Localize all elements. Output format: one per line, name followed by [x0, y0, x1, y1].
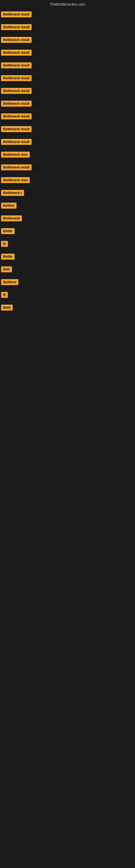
bottleneck-badge[interactable]: Bottleneck result	[1, 62, 32, 68]
bottleneck-badge[interactable]: Bottle	[1, 228, 14, 234]
result-row: Bottleneck result	[0, 34, 135, 47]
bottleneck-badge[interactable]: Bottlens	[1, 279, 18, 285]
result-row: Bottleneck r	[0, 187, 135, 200]
result-row: Bottle	[0, 251, 135, 264]
result-row: Bottleneck result	[0, 9, 135, 22]
result-row: Bottleneck result	[0, 162, 135, 175]
bottleneck-badge[interactable]: Bottleneck r	[1, 190, 24, 196]
result-row: Bottleneck resu	[0, 175, 135, 187]
bottleneck-badge[interactable]: Bottl	[1, 305, 13, 311]
result-row: Bottleneck result	[0, 136, 135, 149]
bottleneck-badge[interactable]: Bottleneck result	[1, 88, 32, 94]
result-row: Bottleneck result	[0, 60, 135, 72]
bottleneck-badge[interactable]: Bottleneck result	[1, 101, 32, 106]
result-row: Bottleneck	[0, 213, 135, 225]
result-row: Bottlens	[0, 276, 135, 289]
result-row: Bottleneck result	[0, 22, 135, 34]
bottleneck-badge[interactable]: Bottlen	[1, 203, 16, 209]
result-row: Bottleneck result	[0, 85, 135, 98]
bottleneck-badge[interactable]: B	[1, 241, 8, 247]
result-row: Bottleneck result	[0, 123, 135, 136]
bottleneck-badge[interactable]: Bottleneck result	[1, 11, 32, 18]
result-row: Bottleneck result	[0, 47, 135, 60]
bottleneck-badge[interactable]: Bottleneck result	[1, 24, 32, 30]
bottleneck-badge[interactable]: Bottleneck resu	[1, 177, 30, 183]
result-row: Bottleneck result	[0, 72, 135, 85]
result-row: B	[0, 289, 135, 302]
result-row: Bottleneck result	[0, 111, 135, 123]
site-title: TheBottlenecker.com	[0, 0, 135, 9]
result-row: Bottleneck resu	[0, 149, 135, 162]
results-container: Bottleneck resultBottleneck resultBottle…	[0, 9, 135, 315]
bottleneck-badge[interactable]: Bottleneck result	[1, 113, 32, 119]
bottleneck-badge[interactable]: Bottleneck result	[1, 139, 32, 145]
bottleneck-badge[interactable]: Bottleneck result	[1, 126, 32, 132]
bottleneck-badge[interactable]: Bottle	[1, 254, 14, 259]
bottleneck-badge[interactable]: Bottleneck result	[1, 75, 32, 81]
result-row: Bottleneck result	[0, 98, 135, 111]
site-header: TheBottlenecker.com	[0, 0, 135, 9]
bottleneck-badge[interactable]: Bottleneck resu	[1, 152, 30, 158]
result-row: B	[0, 238, 135, 251]
bottleneck-badge[interactable]: B	[1, 292, 8, 298]
result-row: Bottle	[0, 225, 135, 238]
bottleneck-badge[interactable]: Bottleneck	[1, 215, 22, 221]
result-row: Bottlen	[0, 200, 135, 213]
result-row: Bott	[0, 264, 135, 276]
bottleneck-badge[interactable]: Bottleneck result	[1, 50, 32, 56]
result-row: Bottl	[0, 302, 135, 315]
bottleneck-badge[interactable]: Bottleneck result	[1, 164, 32, 170]
bottleneck-badge[interactable]: Bottleneck result	[1, 37, 32, 43]
bottleneck-badge[interactable]: Bott	[1, 267, 12, 272]
